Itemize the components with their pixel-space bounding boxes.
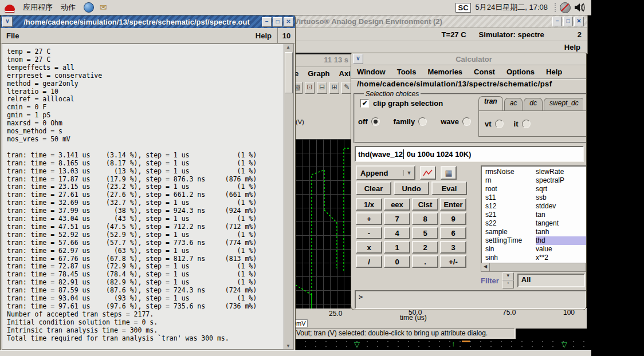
close-icon[interactable]: ✕ bbox=[284, 17, 293, 27]
function-list-hscrollbar[interactable]: ◀ bbox=[481, 263, 586, 272]
key-7[interactable]: 7 bbox=[384, 212, 410, 225]
calc-menu-options[interactable]: Options bbox=[506, 68, 535, 76]
function-list[interactable]: rmsNoisernroots11s12s21s22samplesettling… bbox=[481, 165, 587, 265]
function-s12[interactable]: s12 bbox=[485, 202, 536, 211]
key-9[interactable]: 9 bbox=[440, 212, 466, 225]
function-s22[interactable]: s22 bbox=[485, 219, 536, 228]
append-dropdown[interactable]: Append ▼ bbox=[356, 165, 415, 180]
filter-split-button[interactable]: ▼ * bbox=[502, 272, 514, 288]
table-button[interactable]: ▦ bbox=[441, 166, 457, 180]
function-slewRate[interactable]: slewRate bbox=[536, 168, 586, 176]
key-[interactable]: - bbox=[356, 227, 382, 239]
window-menu-icon[interactable]: ∨ bbox=[2, 17, 13, 27]
key-5[interactable]: 5 bbox=[412, 227, 438, 239]
terminal-titlebar[interactable]: ∨ /home/cadence/simulation/13/spectre/sc… bbox=[1, 15, 295, 28]
key-x[interactable]: x bbox=[356, 241, 382, 254]
plot-button[interactable] bbox=[420, 166, 436, 180]
calculator-output-line[interactable]: > bbox=[355, 290, 587, 309]
window-menu-icon[interactable]: ∨ bbox=[353, 54, 363, 64]
function-spectralP[interactable]: spectralP bbox=[536, 176, 586, 185]
schematic-strip[interactable]: ▽ ↑ ▽ bbox=[290, 339, 587, 350]
zoom-icon[interactable]: ⊡ bbox=[305, 82, 315, 94]
subwindow-icon[interactable]: ⊞ bbox=[329, 82, 340, 94]
calculator-titlebar[interactable]: ∨ Calculator bbox=[351, 53, 586, 65]
key-6[interactable]: 6 bbox=[440, 227, 466, 239]
expression-input[interactable]: thd(wave_12 0u 100u 1024 10K) bbox=[355, 146, 584, 162]
ade-menu-help[interactable]: Help bbox=[564, 43, 580, 52]
calc-menu-const[interactable]: Const bbox=[474, 68, 495, 76]
function-tanh[interactable]: tanh bbox=[536, 228, 586, 236]
graph-plot-area[interactable] bbox=[296, 139, 351, 308]
eval-button[interactable]: Eval bbox=[431, 181, 467, 195]
key-Enter[interactable]: Enter bbox=[440, 198, 466, 211]
key-[interactable]: / bbox=[356, 255, 382, 268]
wave-radio[interactable] bbox=[462, 117, 471, 126]
volume-icon[interactable] bbox=[574, 3, 586, 12]
maximize-icon[interactable]: □ bbox=[273, 17, 282, 27]
family-radio[interactable] bbox=[418, 117, 427, 126]
strip-mode-icon[interactable]: ⊟ bbox=[317, 82, 327, 94]
asterisk-icon[interactable]: * bbox=[502, 280, 514, 288]
terminal-menu-file[interactable]: File bbox=[1, 31, 25, 40]
email-icon[interactable]: ✉ bbox=[100, 2, 107, 13]
calc-menu-tools[interactable]: Tools bbox=[397, 68, 417, 76]
it-radio[interactable] bbox=[522, 120, 531, 128]
function-value[interactable]: value bbox=[536, 245, 586, 254]
tab-tran[interactable]: tran bbox=[478, 96, 503, 110]
applications-menu[interactable]: 应用程序 bbox=[23, 2, 53, 13]
calc-menu-memories[interactable]: Memories bbox=[427, 68, 462, 76]
key-3[interactable]: 3 bbox=[440, 241, 466, 254]
graph-menu-fragment-1[interactable]: Graph bbox=[308, 69, 329, 78]
key-[interactable]: +/- bbox=[440, 255, 466, 268]
terminal-menu-help[interactable]: Help bbox=[250, 31, 277, 40]
tab-swept_dc[interactable]: swept_dc bbox=[544, 98, 583, 110]
calc-menu-help[interactable]: Help bbox=[546, 68, 562, 76]
function-thd[interactable]: thd bbox=[536, 236, 586, 245]
function-x**2[interactable]: x**2 bbox=[536, 254, 586, 262]
ime-indicator[interactable]: SC bbox=[455, 3, 470, 13]
network-status-icon[interactable] bbox=[560, 2, 571, 13]
actions-menu[interactable]: 动作 bbox=[61, 2, 76, 13]
function-sqrt[interactable]: sqrt bbox=[536, 185, 586, 193]
clear-button[interactable]: Clear bbox=[356, 181, 391, 195]
function-sample[interactable]: sample bbox=[485, 228, 536, 236]
graph-menu-fragment-2[interactable]: Axi bbox=[339, 69, 351, 78]
function-s11[interactable]: s11 bbox=[485, 193, 536, 202]
function-s21[interactable]: s21 bbox=[485, 211, 536, 219]
function-tangent[interactable]: tangent bbox=[536, 219, 586, 228]
key-[interactable]: + bbox=[356, 212, 382, 225]
function-tan[interactable]: tan bbox=[536, 211, 586, 219]
ade-titlebar[interactable]: Virtuoso® Analog Design Environment (2) … bbox=[290, 15, 587, 28]
filter-field[interactable]: All bbox=[517, 274, 585, 287]
tab-ac[interactable]: ac bbox=[504, 98, 523, 110]
key-Clst[interactable]: Clst bbox=[412, 198, 438, 211]
calc-menu-window[interactable]: Window bbox=[357, 68, 386, 76]
web-browser-icon[interactable] bbox=[84, 2, 94, 13]
clip-graph-checkbox[interactable]: ✔ bbox=[360, 99, 369, 108]
terminal-scrollbar[interactable]: ▲ ▼ bbox=[284, 43, 294, 350]
minimize-icon[interactable]: – bbox=[262, 17, 272, 27]
scroll-up-icon[interactable]: ▲ bbox=[284, 45, 292, 50]
function-sin[interactable]: sin bbox=[485, 245, 536, 254]
scroll-left-icon[interactable]: ◀ bbox=[481, 263, 490, 271]
function-rmsNoise[interactable]: rmsNoise bbox=[485, 168, 536, 176]
maximize-icon[interactable]: □ bbox=[563, 17, 573, 26]
key-1[interactable]: 1 bbox=[384, 241, 410, 254]
key-0[interactable]: 0 bbox=[384, 255, 410, 268]
function-settlingTime[interactable]: settlingTime bbox=[485, 236, 536, 245]
vt-radio[interactable] bbox=[495, 120, 504, 128]
key-[interactable]: . bbox=[412, 255, 438, 268]
key-2[interactable]: 2 bbox=[412, 241, 438, 254]
undo-button[interactable]: Undo bbox=[394, 181, 429, 195]
function-root[interactable]: root bbox=[485, 185, 536, 193]
tab-dc[interactable]: dc bbox=[524, 98, 543, 110]
function-ssb[interactable]: ssb bbox=[536, 193, 586, 202]
off-radio[interactable] bbox=[371, 117, 380, 126]
redhat-menu-icon[interactable] bbox=[5, 5, 15, 11]
close-icon[interactable]: ✕ bbox=[574, 17, 584, 26]
panel-clock[interactable]: 5月24日星期二, 17:08 bbox=[476, 2, 548, 13]
function-stddev[interactable]: stddev bbox=[536, 202, 586, 211]
function-sinh[interactable]: sinh bbox=[485, 254, 536, 262]
key-4[interactable]: 4 bbox=[384, 227, 410, 239]
key-eex[interactable]: eex bbox=[384, 198, 410, 211]
